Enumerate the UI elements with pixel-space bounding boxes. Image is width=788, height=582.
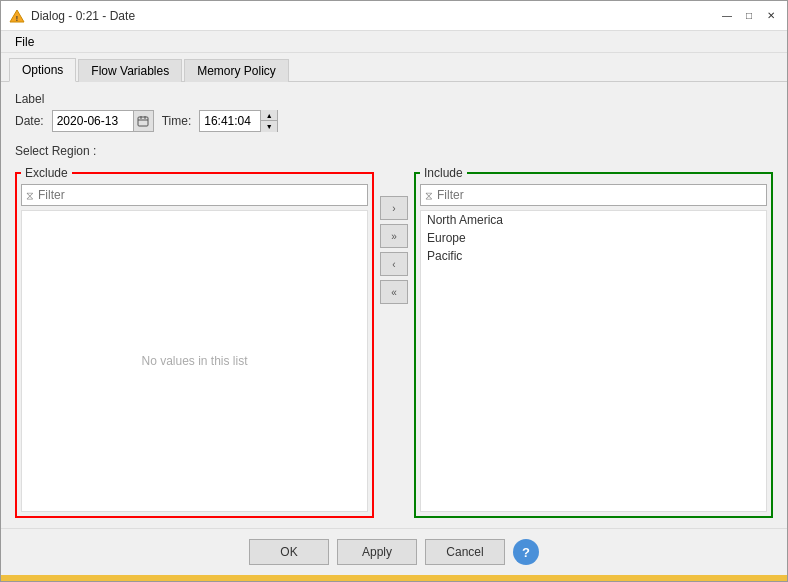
date-time-row: Date: Time: (15, 110, 773, 132)
tab-options[interactable]: Options (9, 58, 76, 82)
no-values-text: No values in this list (141, 354, 247, 368)
time-decrement-button[interactable]: ▼ (261, 121, 277, 132)
minimize-button[interactable]: — (719, 8, 735, 24)
tabs-bar: Options Flow Variables Memory Policy (1, 53, 787, 82)
help-button[interactable]: ? (513, 539, 539, 565)
exclude-filter-input[interactable] (38, 188, 363, 202)
bottom-bar: OK Apply Cancel ? (1, 528, 787, 575)
app-icon: ! (9, 8, 25, 24)
time-input[interactable] (200, 111, 260, 131)
include-list-content[interactable]: North AmericaEuropePacific (420, 210, 767, 512)
svg-text:!: ! (16, 15, 18, 22)
ok-button[interactable]: OK (249, 539, 329, 565)
svg-rect-2 (138, 117, 148, 126)
list-item[interactable]: Europe (421, 229, 766, 247)
file-menu[interactable]: File (9, 33, 40, 51)
include-filter-row: ⧖ (420, 184, 767, 206)
cancel-button[interactable]: Cancel (425, 539, 505, 565)
exclude-filter-icon: ⧖ (26, 189, 34, 202)
label-section: Label Date: Time: (15, 92, 773, 132)
include-filter-icon: ⧖ (425, 189, 433, 202)
apply-button[interactable]: Apply (337, 539, 417, 565)
move-all-right-button[interactable]: » (380, 224, 408, 248)
tab-memory-policy[interactable]: Memory Policy (184, 59, 289, 82)
menu-bar: File (1, 31, 787, 53)
label-heading: Label (15, 92, 773, 106)
tab-flow-variables[interactable]: Flow Variables (78, 59, 182, 82)
bottom-yellow-bar (1, 575, 787, 581)
list-item[interactable]: Pacific (421, 247, 766, 265)
title-bar-left: ! Dialog - 0:21 - Date (9, 8, 135, 24)
time-label: Time: (162, 114, 192, 128)
exclude-fieldset: Exclude ⧖ No values in this list (15, 166, 374, 518)
time-input-wrapper: ▲ ▼ (199, 110, 278, 132)
move-left-button[interactable]: ‹ (380, 252, 408, 276)
include-legend: Include (420, 166, 467, 180)
exclude-filter-row: ⧖ (21, 184, 368, 206)
exclude-panel: Exclude ⧖ No values in this list (15, 166, 374, 518)
exclude-list-content: No values in this list (21, 210, 368, 512)
arrow-buttons-group: › » ‹ « (380, 196, 408, 304)
include-panel: Include ⧖ North AmericaEuropePacific (414, 166, 773, 518)
lists-container: Exclude ⧖ No values in this list › » ‹ « (15, 166, 773, 518)
title-bar: ! Dialog - 0:21 - Date — □ ✕ (1, 1, 787, 31)
include-filter-input[interactable] (437, 188, 762, 202)
exclude-legend: Exclude (21, 166, 72, 180)
spinner-buttons: ▲ ▼ (260, 110, 277, 132)
include-fieldset: Include ⧖ North AmericaEuropePacific (414, 166, 773, 518)
list-item[interactable]: North America (421, 211, 766, 229)
date-label: Date: (15, 114, 44, 128)
dialog-window: ! Dialog - 0:21 - Date — □ ✕ File Option… (0, 0, 788, 582)
calendar-icon (137, 115, 149, 127)
window-title: Dialog - 0:21 - Date (31, 9, 135, 23)
date-input-wrapper (52, 110, 154, 132)
move-right-button[interactable]: › (380, 196, 408, 220)
maximize-button[interactable]: □ (741, 8, 757, 24)
move-all-left-button[interactable]: « (380, 280, 408, 304)
content-area: Label Date: Time: (1, 82, 787, 528)
title-controls: — □ ✕ (719, 8, 779, 24)
calendar-button[interactable] (133, 111, 153, 131)
close-button[interactable]: ✕ (763, 8, 779, 24)
select-region-label: Select Region : (15, 144, 773, 158)
time-increment-button[interactable]: ▲ (261, 110, 277, 121)
date-input[interactable] (53, 111, 133, 131)
